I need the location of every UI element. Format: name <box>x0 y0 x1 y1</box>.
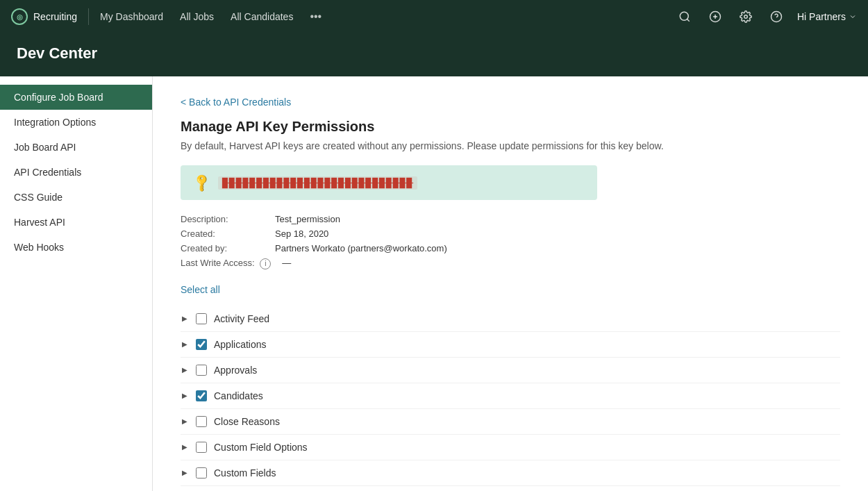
meta-description: Description: Test_permission <box>181 214 840 224</box>
checkbox-candidates[interactable] <box>196 390 207 401</box>
info-circle-icon[interactable]: i <box>260 258 271 269</box>
created-label: Created: <box>181 228 264 239</box>
expand-arrow-close-reasons[interactable]: ▶ <box>181 417 189 425</box>
checkbox-close-reasons[interactable] <box>196 416 207 427</box>
expand-arrow-applications[interactable]: ▶ <box>181 340 189 348</box>
sidebar-item-job-board-api[interactable]: Job Board API <box>0 135 152 160</box>
checkbox-custom-field-options[interactable] <box>196 442 207 453</box>
nav-links: My Dashboard All Jobs All Candidates ••• <box>100 10 675 23</box>
nav-all-jobs[interactable]: All Jobs <box>180 11 214 22</box>
user-greeting: Hi Partners <box>797 11 846 22</box>
created-by-label: Created by: <box>181 243 264 253</box>
top-nav: ◎ Recruiting My Dashboard All Jobs All C… <box>0 0 868 33</box>
meta-created: Created: Sep 18, 2020 <box>181 228 840 239</box>
expand-arrow-custom-fields[interactable]: ▶ <box>181 469 189 476</box>
checkbox-applications[interactable] <box>196 339 207 350</box>
sidebar: Configure Job Board Integration Options … <box>0 76 153 491</box>
nav-my-dashboard[interactable]: My Dashboard <box>100 11 163 22</box>
user-menu[interactable]: Hi Partners <box>797 11 857 22</box>
perm-label-custom-fields: Custom Fields <box>214 467 276 478</box>
main-layout: Configure Job Board Integration Options … <box>0 76 868 491</box>
checkbox-activity-feed[interactable] <box>196 313 207 324</box>
api-key-value: ████████████████████████████ <box>218 176 417 190</box>
key-icon: 🔑 <box>191 172 212 193</box>
permission-item-approvals: ▶ Approvals <box>181 358 840 383</box>
nav-more-dots[interactable]: ••• <box>310 10 322 23</box>
help-icon[interactable] <box>767 7 786 26</box>
sidebar-item-configure-job-board[interactable]: Configure Job Board <box>0 85 152 110</box>
api-key-box: 🔑 ████████████████████████████ <box>181 165 597 200</box>
expand-arrow-candidates[interactable]: ▶ <box>181 392 189 399</box>
dev-center-title: Dev Center <box>17 44 97 62</box>
meta-created-by: Created by: Partners Workato (partners@w… <box>181 243 840 253</box>
back-to-api-credentials-link[interactable]: < Back to API Credentials <box>181 97 291 108</box>
logo-icon: ◎ <box>11 8 28 25</box>
meta-info: Description: Test_permission Created: Se… <box>181 214 840 269</box>
perm-label-approvals: Approvals <box>214 365 257 376</box>
last-write-value: — <box>282 258 291 268</box>
sidebar-item-css-guide[interactable]: CSS Guide <box>0 185 152 210</box>
checkbox-approvals[interactable] <box>196 365 207 376</box>
perm-label-candidates: Candidates <box>214 390 263 401</box>
expand-arrow-activity-feed[interactable]: ▶ <box>181 315 189 322</box>
expand-arrow-approvals[interactable]: ▶ <box>181 366 189 374</box>
created-value: Sep 18, 2020 <box>275 228 328 239</box>
sidebar-item-integration-options[interactable]: Integration Options <box>0 110 152 135</box>
perm-label-activity-feed: Activity Feed <box>214 313 269 324</box>
perm-label-close-reasons: Close Reasons <box>214 416 280 427</box>
sidebar-item-web-hooks[interactable]: Web Hooks <box>0 235 152 260</box>
permission-item-applications: ▶ Applications <box>181 332 840 358</box>
permission-item-activity-feed: ▶ Activity Feed <box>181 306 840 332</box>
nav-right: Hi Partners <box>675 7 857 26</box>
page-description: By default, Harvest API keys are created… <box>181 140 840 151</box>
svg-line-1 <box>687 19 689 21</box>
select-all-link[interactable]: Select all <box>181 284 220 295</box>
description-label: Description: <box>181 214 264 224</box>
dev-center-header: Dev Center <box>0 33 868 76</box>
permission-item-close-reasons: ▶ Close Reasons <box>181 409 840 435</box>
svg-point-0 <box>680 12 688 20</box>
add-icon[interactable] <box>706 7 725 26</box>
created-by-value: Partners Workato (partners@workato.com) <box>275 243 447 253</box>
sidebar-item-harvest-api[interactable]: Harvest API <box>0 210 152 235</box>
permission-item-custom-field-options: ▶ Custom Field Options <box>181 435 840 460</box>
search-icon[interactable] <box>675 7 694 26</box>
nav-all-candidates[interactable]: All Candidates <box>231 11 293 22</box>
checkbox-custom-fields[interactable] <box>196 467 207 478</box>
perm-label-custom-field-options: Custom Field Options <box>214 442 308 453</box>
svg-point-5 <box>744 15 748 19</box>
permission-item-candidates: ▶ Candidates <box>181 383 840 409</box>
expand-arrow-custom-field-options[interactable]: ▶ <box>181 443 189 451</box>
description-value: Test_permission <box>275 214 340 224</box>
last-write-label: Last Write Access: i <box>181 258 271 269</box>
permission-item-custom-locations: ▶ Custom Locations <box>181 486 840 492</box>
perm-label-applications: Applications <box>214 339 267 350</box>
gear-icon[interactable] <box>736 7 756 26</box>
permission-item-custom-fields: ▶ Custom Fields <box>181 460 840 486</box>
meta-last-write: Last Write Access: i — <box>181 258 840 269</box>
nav-app-name: Recruiting <box>33 11 77 22</box>
sidebar-item-api-credentials[interactable]: API Credentials <box>0 160 152 185</box>
page-title: Manage API Key Permissions <box>181 119 840 135</box>
nav-logo[interactable]: ◎ Recruiting <box>11 8 89 25</box>
main-content: < Back to API Credentials Manage API Key… <box>153 76 868 491</box>
permission-list: ▶ Activity Feed ▶ Applications ▶ Approva… <box>181 306 840 492</box>
